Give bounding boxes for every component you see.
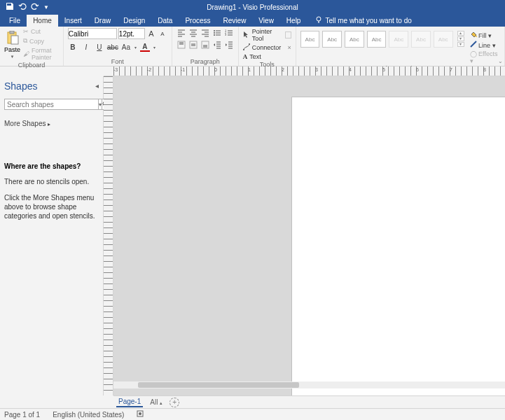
align-left-button[interactable]: [177, 28, 186, 38]
decrease-indent-button[interactable]: [212, 40, 222, 50]
macro-record-icon[interactable]: [137, 410, 144, 419]
tab-process[interactable]: Process: [179, 15, 216, 27]
font-size-combo[interactable]: [118, 28, 145, 39]
ribbon-collapse-button[interactable]: ⌄: [498, 58, 503, 64]
align-right-button[interactable]: [200, 28, 210, 38]
text-tool-button[interactable]: AText: [243, 53, 291, 60]
bullets-button[interactable]: [212, 28, 222, 38]
group-paragraph-label: Paragraph: [177, 57, 234, 65]
pen-icon: [470, 42, 477, 49]
tell-me-search[interactable]: Tell me what you want to do: [315, 16, 411, 27]
tab-insert[interactable]: Insert: [58, 15, 88, 27]
horizontal-scrollbar[interactable]: [113, 382, 505, 388]
copy-button: ⧉Copy: [23, 37, 59, 45]
chevron-right-icon: ▸: [48, 121, 50, 127]
more-shapes-menu[interactable]: More Shapes ▸: [4, 120, 99, 127]
qat-dropdown-icon[interactable]: ▼: [43, 4, 49, 10]
page-tab-bar: Page-1 All ▴ +: [113, 396, 505, 408]
expand-icon[interactable]: ▾: [457, 42, 464, 47]
group-font: A A B I U abc Aa▾ A▾ Font: [64, 27, 172, 66]
tab-data[interactable]: Data: [151, 15, 179, 27]
svg-rect-3: [11, 36, 18, 44]
shapes-search-input[interactable]: [4, 99, 99, 110]
svg-point-6: [214, 34, 215, 36]
shapes-pane: Shapes ◂ ▾ More Shapes ▸ Where are the s…: [0, 76, 104, 396]
svg-point-4: [214, 30, 215, 31]
change-case-button[interactable]: Aa: [121, 42, 131, 52]
chevron-up-icon[interactable]: ▴: [457, 31, 464, 36]
chevron-down-icon[interactable]: ▾: [457, 36, 464, 41]
save-icon[interactable]: [6, 2, 14, 12]
fill-button[interactable]: Fill ▾: [470, 31, 500, 39]
page-tab-1[interactable]: Page-1: [116, 397, 143, 407]
tab-design[interactable]: Design: [117, 15, 151, 27]
close-icon[interactable]: ×: [287, 44, 291, 51]
style-gallery-scroller[interactable]: ▴▾▾: [457, 31, 464, 47]
tab-view[interactable]: View: [252, 15, 280, 27]
tell-me-label: Tell me what you want to do: [325, 17, 411, 24]
style-swatch-7[interactable]: Abc: [434, 31, 453, 48]
status-page[interactable]: Page 1 of 1: [4, 411, 40, 419]
tab-file[interactable]: File: [3, 15, 27, 27]
app-name: Visio Professional: [242, 4, 298, 11]
undo-icon[interactable]: [18, 2, 27, 12]
status-language[interactable]: English (United States): [53, 411, 124, 419]
redo-icon[interactable]: [31, 2, 39, 12]
add-page-button[interactable]: +: [170, 398, 179, 407]
shapes-pane-collapse-icon[interactable]: ◂: [95, 82, 99, 90]
title-bar: ▼ Drawing1 - Visio Professional: [0, 0, 505, 14]
window-title: Drawing1 - Visio Professional: [207, 4, 298, 11]
stencil-empty-text-2: Click the More Shapes menu above to brow…: [4, 193, 99, 220]
font-color-button[interactable]: A: [140, 42, 150, 52]
bold-button[interactable]: B: [68, 42, 78, 52]
underline-button[interactable]: U: [95, 42, 104, 52]
lightbulb-icon: [315, 16, 322, 24]
tab-help[interactable]: Help: [280, 15, 307, 27]
vertical-ruler: [104, 76, 113, 396]
stencil-empty-heading: Where are the shapes?: [4, 162, 99, 170]
effects-button: ◯ Effects ▾: [470, 50, 500, 64]
tab-home[interactable]: Home: [27, 15, 58, 27]
italic-button[interactable]: I: [81, 42, 91, 52]
numbering-button[interactable]: 123: [224, 28, 234, 38]
scrollbar-thumb[interactable]: [138, 382, 299, 388]
style-swatch-5[interactable]: Abc: [389, 31, 408, 48]
grow-font-button[interactable]: A: [146, 29, 156, 38]
format-painter-button: 🖌Format Painter: [23, 47, 59, 61]
chevron-up-icon: ▴: [160, 400, 162, 405]
page-surface[interactable]: [292, 97, 505, 396]
strikethrough-button[interactable]: abc: [108, 42, 118, 52]
style-swatch-3[interactable]: Abc: [345, 31, 364, 48]
style-swatch-6[interactable]: Abc: [411, 31, 431, 48]
svg-point-14: [249, 43, 250, 45]
paste-icon: [6, 31, 19, 45]
svg-point-15: [476, 36, 477, 37]
drawing-canvas[interactable]: [113, 76, 505, 396]
connector-icon: [243, 43, 250, 52]
style-swatch-4[interactable]: Abc: [367, 31, 387, 48]
paste-label: Paste: [4, 46, 20, 53]
paste-button[interactable]: Paste ▼: [4, 28, 20, 61]
svg-point-5: [214, 32, 215, 34]
effects-icon: ◯: [470, 50, 477, 57]
align-top-button[interactable]: [177, 40, 186, 50]
style-swatch-2[interactable]: Abc: [322, 31, 342, 48]
svg-point-13: [243, 49, 244, 50]
shrink-font-button[interactable]: A: [158, 29, 167, 38]
line-button[interactable]: Line ▾: [470, 41, 500, 49]
tab-review[interactable]: Review: [217, 15, 253, 27]
page-tab-all[interactable]: All ▴: [150, 398, 162, 406]
pointer-tool-button[interactable]: Pointer Tool: [243, 28, 291, 42]
align-bottom-button[interactable]: [200, 40, 210, 50]
connector-button[interactable]: Connector×: [243, 43, 291, 52]
increase-indent-button[interactable]: [224, 40, 234, 50]
align-middle-button[interactable]: [188, 40, 198, 50]
align-center-button[interactable]: [188, 28, 198, 38]
font-name-combo[interactable]: [68, 28, 117, 39]
tab-draw[interactable]: Draw: [88, 15, 117, 27]
style-swatch-1[interactable]: Abc: [300, 31, 320, 48]
group-font-label: Font: [68, 57, 167, 65]
cut-button: ✂Cut: [23, 28, 59, 35]
ribbon: Paste ▼ ✂Cut ⧉Copy 🖌Format Painter Clipb…: [0, 27, 505, 66]
ribbon-tabs: File Home Insert Draw Design Data Proces…: [0, 14, 505, 27]
